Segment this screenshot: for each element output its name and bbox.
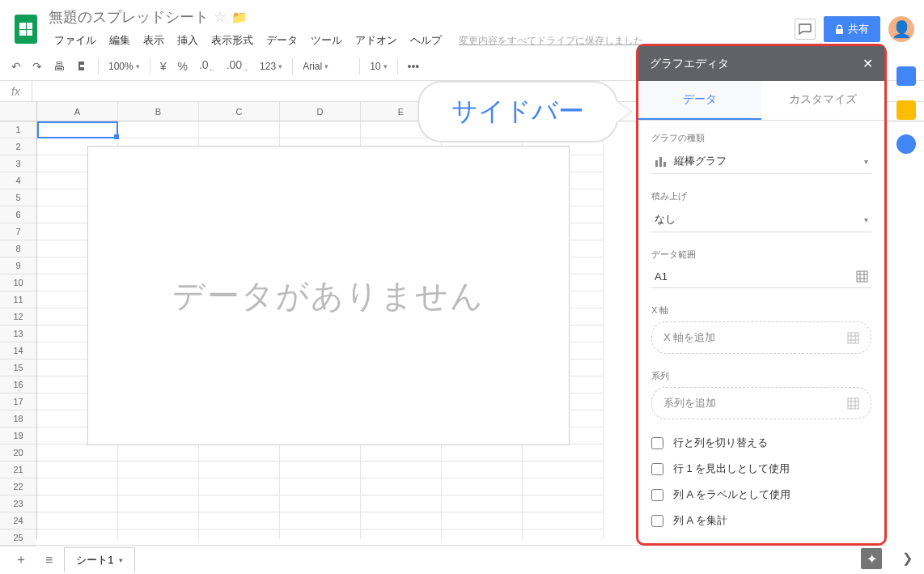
avatar[interactable]: 👤 [888, 16, 914, 42]
cell[interactable] [118, 495, 199, 512]
stacking-select[interactable]: なし [651, 207, 871, 232]
font-size-select[interactable]: 10 [365, 58, 392, 74]
menu-edit[interactable]: 編集 [104, 30, 136, 51]
comments-icon[interactable] [795, 19, 816, 40]
grid-select-icon[interactable] [847, 398, 859, 410]
undo-icon[interactable]: ↶ [6, 57, 26, 76]
cell[interactable] [118, 478, 199, 495]
cell[interactable] [199, 529, 280, 539]
row-header[interactable]: 8 [0, 240, 36, 257]
row-header[interactable]: 13 [0, 325, 36, 342]
cell[interactable] [199, 444, 280, 461]
chart-type-select[interactable]: 縦棒グラフ [651, 149, 871, 174]
cell[interactable] [199, 512, 280, 529]
cell[interactable] [280, 478, 361, 495]
col-header[interactable]: C [199, 102, 280, 121]
print-icon[interactable]: 🖶 [49, 57, 70, 76]
data-range-input[interactable]: A1 [651, 266, 871, 288]
sidepanel-toggle-icon[interactable]: ❯ [902, 551, 913, 566]
menu-addons[interactable]: アドオン [350, 30, 403, 51]
cell[interactable] [361, 444, 442, 461]
inc-decimal-btn[interactable]: .00→ [222, 55, 253, 77]
cell[interactable] [442, 512, 523, 529]
cell[interactable] [361, 495, 442, 512]
zoom-select[interactable]: 100% [104, 58, 145, 74]
more-formats-select[interactable]: 123 [255, 58, 287, 74]
cell[interactable] [199, 478, 280, 495]
col-header[interactable]: D [280, 102, 361, 121]
menu-format[interactable]: 表示形式 [206, 30, 259, 51]
check-colA-labels[interactable]: 列 A をラベルとして使用 [651, 487, 871, 502]
xaxis-add-button[interactable]: X 軸を追加 [651, 321, 871, 354]
row-header[interactable]: 4 [0, 172, 36, 189]
cell[interactable] [442, 461, 523, 478]
cell[interactable] [118, 444, 199, 461]
menu-tools[interactable]: ツール [305, 30, 348, 51]
row-header[interactable]: 6 [0, 206, 36, 223]
doc-title[interactable]: 無題のスプレッドシート [49, 7, 209, 27]
menu-insert[interactable]: 挿入 [172, 30, 204, 51]
cell[interactable] [523, 461, 604, 478]
cell[interactable] [199, 495, 280, 512]
cell[interactable] [442, 444, 523, 461]
row-header[interactable]: 16 [0, 376, 36, 393]
row-header[interactable]: 5 [0, 189, 36, 206]
calendar-icon[interactable] [896, 66, 916, 86]
folder-icon[interactable]: 📁 [231, 10, 248, 25]
cell[interactable] [118, 461, 199, 478]
cell[interactable] [37, 529, 118, 539]
cell[interactable] [361, 529, 442, 539]
cell[interactable] [37, 121, 118, 138]
tab-customize[interactable]: カスタマイズ [761, 81, 884, 120]
cell[interactable] [118, 512, 199, 529]
cell[interactable] [442, 478, 523, 495]
cell[interactable] [361, 461, 442, 478]
cell[interactable] [361, 512, 442, 529]
cell[interactable] [37, 495, 118, 512]
tasks-icon[interactable] [896, 134, 916, 154]
cell[interactable] [280, 444, 361, 461]
row-header[interactable]: 22 [0, 478, 36, 495]
row-header[interactable]: 1 [0, 121, 36, 138]
check-row1-headers[interactable]: 行 1 を見出しとして使用 [651, 461, 871, 476]
row-header[interactable]: 7 [0, 223, 36, 240]
row-header[interactable]: 15 [0, 359, 36, 376]
all-sheets-button[interactable]: ≡ [39, 548, 59, 572]
more-toolbar-btn[interactable]: ••• [403, 57, 425, 76]
grid-select-icon[interactable] [856, 270, 868, 283]
row-header[interactable]: 2 [0, 138, 36, 155]
dec-decimal-btn[interactable]: .0← [194, 55, 220, 77]
explore-button[interactable]: ✦ [861, 548, 882, 569]
check-aggregate-colA[interactable]: 列 A を集計 [651, 513, 871, 528]
sheet-tab[interactable]: シート1 [64, 547, 134, 572]
cell[interactable] [37, 444, 118, 461]
cell[interactable] [280, 529, 361, 539]
row-header[interactable]: 25 [0, 529, 36, 546]
grid-select-icon[interactable] [847, 332, 859, 344]
keep-icon[interactable] [896, 100, 916, 120]
row-header[interactable]: 3 [0, 155, 36, 172]
check-switch-rows-cols[interactable]: 行と列を切り替える [651, 436, 871, 450]
sheets-logo[interactable] [10, 13, 42, 45]
row-header[interactable]: 17 [0, 393, 36, 410]
row-header[interactable]: 23 [0, 495, 36, 512]
share-button[interactable]: 共有 [824, 16, 880, 42]
menu-help[interactable]: ヘルプ [405, 30, 447, 51]
cell[interactable] [280, 495, 361, 512]
cell[interactable] [523, 478, 604, 495]
redo-icon[interactable]: ↷ [28, 57, 47, 76]
menu-file[interactable]: ファイル [49, 30, 102, 51]
tab-data[interactable]: データ [638, 81, 761, 120]
row-header[interactable]: 20 [0, 444, 36, 461]
cell[interactable] [442, 529, 523, 539]
row-header[interactable]: 11 [0, 291, 36, 308]
cell[interactable] [37, 478, 118, 495]
close-icon[interactable]: ✕ [863, 56, 873, 71]
percent-btn[interactable]: % [173, 57, 193, 76]
row-header[interactable]: 10 [0, 274, 36, 291]
cell[interactable] [37, 512, 118, 529]
currency-btn[interactable]: ¥ [155, 57, 172, 76]
row-header[interactable]: 18 [0, 410, 36, 427]
row-header[interactable]: 21 [0, 461, 36, 478]
cell[interactable] [523, 444, 604, 461]
